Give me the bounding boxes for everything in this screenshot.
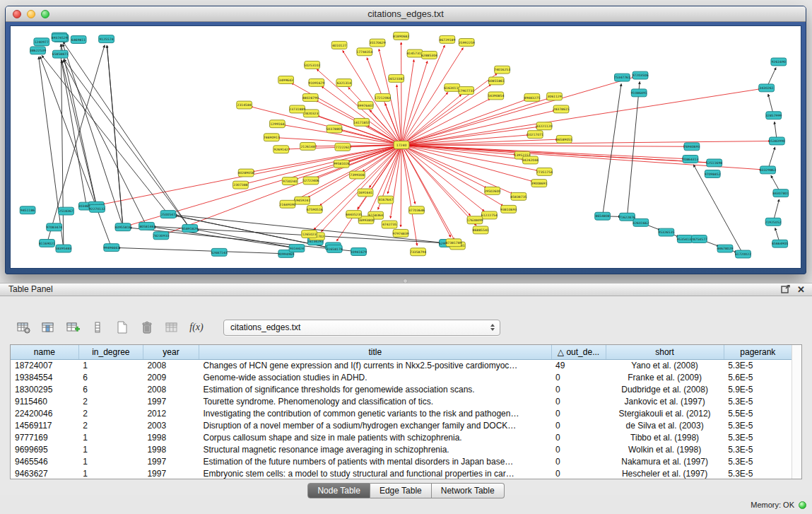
graph-node[interactable]: 75347761 <box>614 74 630 81</box>
graph-node[interactable]: 93810693 <box>500 205 517 213</box>
graph-node[interactable]: 1265023 <box>302 230 317 238</box>
graph-node[interactable]: 97083474 <box>46 223 62 231</box>
graph-node[interactable]: 1299164 <box>269 120 285 128</box>
table-row[interactable]: 977716911998Corpus callosum shape and si… <box>11 432 792 444</box>
graph-node[interactable]: 81890682 <box>393 32 409 40</box>
table-row[interactable]: 1872400712008Changes of HCN gene express… <box>11 359 792 372</box>
graph-node[interactable]: 17240 <box>394 141 409 149</box>
table-selector-combo[interactable]: citations_edges.txt <box>223 320 500 336</box>
graph-node[interactable]: 9451186 <box>20 206 35 214</box>
column-header-in_degree[interactable]: in_degree <box>78 345 143 359</box>
table-row[interactable]: 969969511998Structural magnetic resonanc… <box>11 444 792 456</box>
graph-node[interactable]: 17212064 <box>375 93 391 101</box>
graph-node[interactable]: 6321314 <box>336 79 352 87</box>
graph-node[interactable]: 34242044 <box>522 156 539 164</box>
select-columns-icon[interactable] <box>39 318 57 337</box>
table-disabled-icon[interactable] <box>163 318 181 337</box>
zoom-window-button[interactable] <box>41 10 49 18</box>
graph-node[interactable]: 65858871 <box>52 50 69 58</box>
graph-node[interactable]: 7722261 <box>335 143 351 151</box>
graph-node[interactable]: 3430261 <box>759 84 775 92</box>
graph-node[interactable]: 92270132 <box>89 204 105 212</box>
table-row[interactable]: 1456911722003Disruption of a novel membe… <box>11 420 792 432</box>
column-header-title[interactable]: title <box>199 345 551 359</box>
graph-node[interactable]: 44678029 <box>717 245 733 252</box>
graph-node[interactable]: 99581028 <box>334 160 350 168</box>
graph-node[interactable]: 38622539 <box>30 47 46 54</box>
graph-node[interactable]: 45891829 <box>182 225 198 233</box>
graph-node[interactable]: 77351754 <box>536 168 553 175</box>
graph-node[interactable]: 33221120 <box>536 122 552 130</box>
graph-node[interactable]: 81169021 <box>39 239 55 247</box>
graph-node[interactable]: 87381789 <box>445 239 461 247</box>
graph-node[interactable]: 89374529 <box>52 34 68 42</box>
table-settings-icon[interactable] <box>14 318 33 337</box>
graph-node[interactable]: 2518367 <box>59 207 74 215</box>
table-row[interactable]: 1830029562008Estimation of significance … <box>11 384 792 396</box>
graph-node[interactable]: 70864313 <box>682 156 698 163</box>
graph-node[interactable]: 48028790 <box>302 94 319 102</box>
graph-node[interactable]: 62885304 <box>421 51 437 59</box>
graph-node[interactable]: 86885541 <box>473 226 489 234</box>
graph-node[interactable]: 12511698 <box>706 159 722 167</box>
graph-node[interactable]: 25992259 <box>459 39 475 47</box>
column-header-year[interactable]: year <box>143 345 199 359</box>
column-header-name[interactable]: name <box>11 345 78 359</box>
network-canvas[interactable]: 6656640145158389374529386225391240977658… <box>10 25 801 269</box>
graph-node[interactable]: 83955818 <box>114 223 131 231</box>
column-header-short[interactable]: short <box>606 345 724 359</box>
graph-node[interactable]: 46729189 <box>439 35 455 43</box>
graph-node[interactable]: 10217071 <box>527 131 543 139</box>
column-header-out_de[interactable]: △ out_de... <box>551 345 606 359</box>
graph-node[interactable]: 43329863 <box>760 166 776 174</box>
graph-node[interactable]: 32857999 <box>765 112 782 119</box>
graph-node[interactable]: 71622876 <box>619 213 635 221</box>
graph-node[interactable]: 97974839 <box>392 229 408 237</box>
graph-node[interactable]: 97203506 <box>632 71 648 79</box>
graph-node[interactable]: 9730240 <box>282 177 298 185</box>
graph-node[interactable]: 6469811 <box>71 36 86 44</box>
column-header-pagerank[interactable]: pagerank <box>724 345 792 359</box>
graph-node[interactable]: 4742735 <box>382 221 397 228</box>
function-builder-icon[interactable]: f(x) <box>187 318 206 337</box>
graph-node[interactable]: 3499643 <box>278 76 294 84</box>
graph-node[interactable]: 2820323 <box>303 110 319 117</box>
graph-node[interactable]: 78230933 <box>153 232 169 240</box>
table-row[interactable]: 946554611997Estimation of the future num… <box>11 456 792 468</box>
graph-node[interactable]: 97098452 <box>705 170 721 178</box>
graph-node[interactable]: 74016253 <box>494 66 510 74</box>
network-window[interactable]: citations_edges.txt 66566401451583893745… <box>5 6 806 274</box>
graph-node[interactable]: 84307801 <box>772 189 789 197</box>
graph-node[interactable]: 23731889 <box>289 105 305 113</box>
graph-node[interactable]: 2314584 <box>237 101 252 109</box>
graph-node[interactable]: 37703646 <box>408 206 425 214</box>
table-row[interactable]: 1938455462009Genome-wide association stu… <box>11 372 792 384</box>
window-titlebar[interactable]: citations_edges.txt <box>6 6 806 22</box>
graph-node[interactable]: 74690917 <box>264 134 280 141</box>
graph-node[interactable]: 61720022 <box>735 250 751 258</box>
graph-node[interactable]: 9125574 <box>99 35 114 43</box>
graph-node[interactable]: 17907731 <box>458 87 474 95</box>
graph-node[interactable]: 28754577 <box>691 235 707 243</box>
graph-node[interactable]: 91091679 <box>308 78 324 86</box>
graph-node[interactable]: 17744354 <box>356 48 372 56</box>
graph-node[interactable]: 58395483 <box>55 245 71 252</box>
graph-node[interactable]: 91086491 <box>631 89 647 97</box>
graph-node[interactable]: 1240977 <box>34 38 49 46</box>
table-row[interactable]: 911546021997Tourette syndrome. Phenomeno… <box>11 396 792 408</box>
graph-node[interactable]: 35570629 <box>370 39 386 47</box>
graph-node[interactable]: 29502600 <box>484 187 500 194</box>
graph-node[interactable]: 17638499 <box>466 216 483 224</box>
delete-trash-icon[interactable] <box>138 318 156 337</box>
network-graph[interactable]: 6656640145158389374529386225391240977658… <box>11 26 801 268</box>
close-window-button[interactable] <box>13 10 21 18</box>
graph-node[interactable]: 10941679 <box>351 248 367 256</box>
graph-node[interactable]: 9314424 <box>289 245 305 252</box>
graph-node[interactable]: 4010127 <box>331 41 347 49</box>
table-row[interactable]: 2242004622012Investigating the contribut… <box>11 408 792 420</box>
graph-node[interactable]: 85838735 <box>510 192 526 200</box>
graph-node[interactable]: 2307388 <box>233 181 249 189</box>
graph-node[interactable]: 14171855 <box>353 118 370 126</box>
graph-node[interactable]: 42601662 <box>632 218 649 226</box>
graph-node[interactable]: 35383990 <box>769 137 785 145</box>
